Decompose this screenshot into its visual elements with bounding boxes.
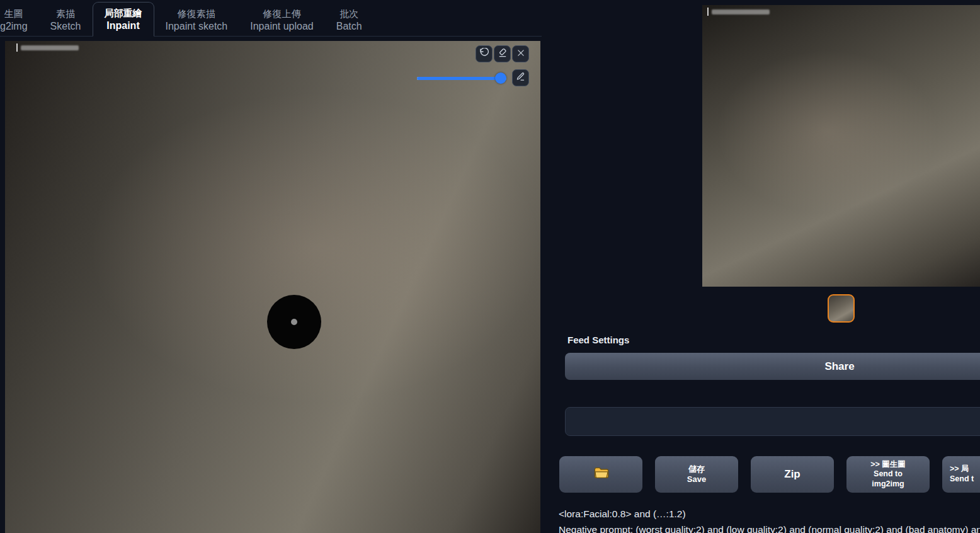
save-label-zh: 儲存 — [688, 464, 705, 474]
send-img2img-line2: Send to — [874, 469, 903, 479]
send-inpaint-line2: Send t — [950, 474, 974, 484]
result-preview-image[interactable] — [702, 5, 980, 287]
open-folder-button[interactable] — [559, 456, 642, 493]
mask-brush-stroke — [267, 295, 321, 349]
remove-image-button[interactable] — [512, 45, 529, 62]
tab-label-zh: 生圖 — [4, 8, 23, 20]
tab-img2img[interactable]: 生圖 g2img — [0, 3, 39, 37]
tab-label-zh: 局部重繪 — [105, 7, 142, 19]
undo-button[interactable] — [476, 45, 493, 62]
gallery-thumbnail-selected[interactable] — [828, 294, 855, 323]
image-watermark — [16, 43, 79, 52]
eraser-icon — [498, 48, 508, 60]
feed-settings-label: Feed Settings — [567, 335, 629, 345]
brush-icon — [516, 72, 525, 84]
send-to-img2img-button[interactable]: >> 圖生圖 Send to img2img — [846, 456, 930, 493]
tab-label-en: Batch — [336, 20, 362, 33]
send-img2img-line1: >> 圖生圖 — [870, 460, 906, 470]
app-window: 生圖 g2img 素描 Sketch 局部重繪 Inpaint 修復素描 Inp… — [0, 0, 980, 533]
slider-handle[interactable] — [495, 72, 506, 84]
tab-label-zh: 修復素描 — [178, 8, 215, 20]
send-to-inpaint-button[interactable]: >> 局 Send t — [942, 456, 980, 493]
tab-label-en: Inpaint upload — [250, 20, 314, 33]
brush-size-row — [417, 69, 529, 86]
zip-button[interactable]: Zip — [751, 456, 834, 493]
tab-sketch[interactable]: 素描 Sketch — [39, 3, 93, 37]
canvas-toolbar — [476, 45, 529, 62]
tab-label-en: Sketch — [50, 20, 81, 33]
zip-label: Zip — [784, 467, 801, 481]
feed-name-textbox[interactable] — [565, 407, 980, 436]
folder-icon — [593, 464, 610, 484]
positive-prompt-text: <lora:Facial:0.8> and (…:1.2) — [559, 508, 686, 520]
mode-tabbar: 生圖 g2img 素描 Sketch 局部重繪 Inpaint 修復素描 Inp… — [0, 0, 542, 37]
undo-icon — [479, 48, 489, 60]
brush-cursor-dot — [291, 319, 297, 325]
tab-label-zh: 批次 — [339, 8, 358, 20]
adjust-brush-button[interactable] — [512, 69, 529, 86]
share-button[interactable]: Share — [565, 353, 980, 380]
tab-label-en: g2img — [0, 20, 28, 33]
tab-inpaint-upload[interactable]: 修復上傳 Inpaint upload — [239, 3, 325, 37]
share-button-label: Share — [824, 360, 854, 373]
send-inpaint-line1: >> 局 — [950, 464, 969, 474]
brush-size-slider[interactable] — [417, 72, 506, 84]
close-icon — [516, 49, 525, 60]
tab-batch[interactable]: 批次 Batch — [325, 3, 373, 37]
tab-label-zh: 修復上傳 — [263, 8, 301, 20]
image-watermark — [707, 8, 770, 16]
tab-label-en: Inpaint — [106, 19, 139, 32]
tab-inpaint[interactable]: 局部重繪 Inpaint — [93, 2, 154, 37]
tab-label-zh: 素描 — [56, 8, 75, 20]
save-label-en: Save — [687, 474, 706, 484]
tab-inpaint-sketch[interactable]: 修復素描 Inpaint sketch — [154, 3, 239, 37]
tab-label-en: Inpaint sketch — [166, 20, 228, 33]
save-button[interactable]: 儲存 Save — [655, 456, 738, 493]
slider-fill — [417, 77, 501, 80]
send-img2img-line3: img2img — [872, 479, 904, 490]
inpaint-canvas[interactable] — [5, 41, 540, 533]
negative-prompt-text: Negative prompt: (worst quality:2) and (… — [559, 524, 980, 533]
clear-mask-button[interactable] — [494, 45, 511, 62]
